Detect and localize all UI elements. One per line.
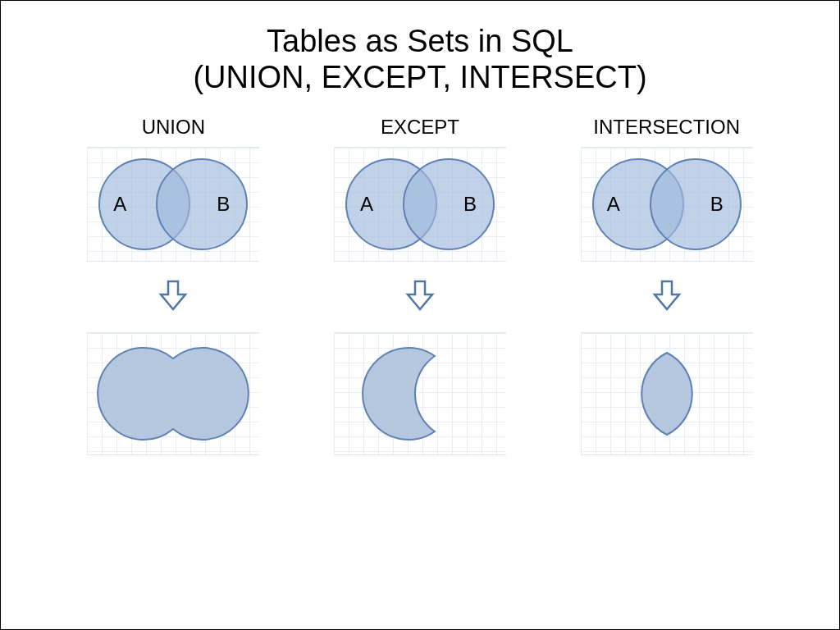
venn-diagram-intersection: A B xyxy=(581,147,753,262)
label-b: B xyxy=(710,193,724,216)
venn-diagram-union: A B xyxy=(87,147,259,262)
crescent-shape-icon xyxy=(363,348,435,440)
slide-title: Tables as Sets in SQL (UNION, EXCEPT, IN… xyxy=(1,1,839,95)
circle-b xyxy=(403,158,495,250)
column-label: INTERSECTION xyxy=(593,116,740,139)
label-a: A xyxy=(360,193,373,216)
down-arrow-icon xyxy=(650,278,684,316)
result-union xyxy=(87,332,259,455)
label-a: A xyxy=(607,193,620,216)
diagram-columns: UNION A B EXCEPT A xyxy=(1,95,839,455)
column-union: UNION A B xyxy=(58,116,288,455)
label-b: B xyxy=(463,193,477,216)
label-a: A xyxy=(113,193,126,216)
union-shape-icon xyxy=(98,348,249,440)
circle-b xyxy=(156,158,248,250)
title-line-2: (UNION, EXCEPT, INTERSECT) xyxy=(1,60,839,96)
label-b: B xyxy=(217,193,230,216)
column-except: EXCEPT A B xyxy=(305,116,535,455)
lens-shape-icon xyxy=(641,353,692,435)
column-intersection: INTERSECTION A B xyxy=(552,116,782,455)
result-intersection xyxy=(581,332,753,455)
result-except xyxy=(334,332,506,455)
down-arrow-icon xyxy=(156,278,190,316)
circle-b xyxy=(650,158,742,250)
title-line-1: Tables as Sets in SQL xyxy=(1,24,839,60)
column-label: EXCEPT xyxy=(381,116,459,139)
down-arrow-icon xyxy=(403,278,437,316)
venn-diagram-except: A B xyxy=(334,147,506,262)
column-label: UNION xyxy=(142,116,205,139)
